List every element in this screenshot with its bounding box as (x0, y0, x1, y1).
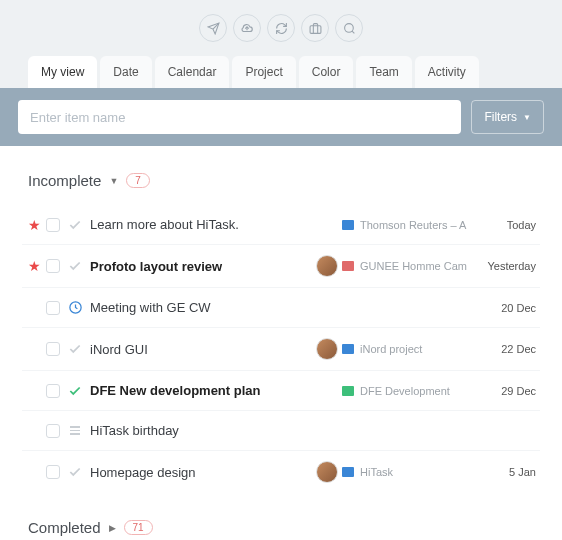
task-row[interactable]: ★Profoto layout reviewGUNEE Homme CamYes… (22, 245, 540, 288)
task-date: 20 Dec (472, 302, 536, 314)
task-checkbox[interactable] (46, 384, 60, 398)
tab-project[interactable]: Project (232, 56, 295, 88)
refresh-icon[interactable] (267, 14, 295, 42)
task-checkbox[interactable] (46, 301, 60, 315)
svg-rect-0 (310, 25, 321, 33)
task-checkbox[interactable] (46, 465, 60, 479)
task-checkbox[interactable] (46, 259, 60, 273)
folder-icon (342, 386, 354, 396)
project-label: iNord project (342, 343, 472, 355)
task-row[interactable]: Meeting with GE CW20 Dec (22, 288, 540, 328)
check-icon (64, 342, 86, 356)
count-badge: 71 (124, 520, 153, 535)
check-icon (64, 218, 86, 232)
filters-label: Filters (484, 110, 517, 124)
task-title: Meeting with GE CW (86, 300, 312, 315)
send-icon[interactable] (199, 14, 227, 42)
task-title: HiTask birthday (86, 423, 312, 438)
folder-icon (342, 220, 354, 230)
task-date: Yesterday (472, 260, 536, 272)
chevron-down-icon: ▼ (523, 113, 531, 122)
task-date: 22 Dec (472, 343, 536, 355)
avatar (316, 461, 338, 483)
project-label: DFE Development (342, 385, 472, 397)
chevron-right-icon: ▶ (109, 523, 116, 533)
task-checkbox[interactable] (46, 218, 60, 232)
task-title: DFE New development plan (86, 383, 312, 398)
task-date: Today (472, 219, 536, 231)
folder-icon (342, 344, 354, 354)
tab-my-view[interactable]: My view (28, 56, 97, 88)
section-title: Incomplete (28, 172, 101, 189)
task-row[interactable]: DFE New development planDFE Development2… (22, 371, 540, 411)
tab-activity[interactable]: Activity (415, 56, 479, 88)
count-badge: 7 (126, 173, 150, 188)
star-icon[interactable]: ★ (28, 258, 41, 274)
task-date: 5 Jan (472, 466, 536, 478)
task-title: Profoto layout review (86, 259, 312, 274)
chevron-down-icon: ▼ (109, 176, 118, 186)
search-input[interactable] (18, 100, 461, 134)
tab-calendar[interactable]: Calendar (155, 56, 230, 88)
task-row[interactable]: ★Learn more about HiTask.Thomson Reuters… (22, 205, 540, 245)
star-icon[interactable]: ★ (28, 217, 41, 233)
filters-button[interactable]: Filters ▼ (471, 100, 544, 134)
task-title: Homepage design (86, 465, 312, 480)
check-icon (64, 259, 86, 273)
avatar (316, 255, 338, 277)
task-title: iNord GUI (86, 342, 312, 357)
tab-date[interactable]: Date (100, 56, 151, 88)
task-row[interactable]: iNord GUIiNord project22 Dec (22, 328, 540, 371)
list-icon (64, 426, 86, 435)
section-title: Completed (28, 519, 101, 536)
folder-icon (342, 261, 354, 271)
check-icon (64, 465, 86, 479)
project-label: GUNEE Homme Cam (342, 260, 472, 272)
task-checkbox[interactable] (46, 424, 60, 438)
tab-color[interactable]: Color (299, 56, 354, 88)
task-checkbox[interactable] (46, 342, 60, 356)
cloud-icon[interactable] (233, 14, 261, 42)
check-icon (64, 384, 86, 398)
briefcase-icon[interactable] (301, 14, 329, 42)
task-title: Learn more about HiTask. (86, 217, 312, 232)
task-date: 29 Dec (472, 385, 536, 397)
avatar (316, 338, 338, 360)
clock-icon (64, 300, 86, 315)
section-incomplete-header[interactable]: Incomplete ▼ 7 (28, 172, 540, 189)
svg-point-1 (344, 23, 353, 32)
folder-icon (342, 467, 354, 477)
tab-team[interactable]: Team (356, 56, 411, 88)
task-row[interactable]: HiTask birthday (22, 411, 540, 451)
section-completed-header[interactable]: Completed ▶ 71 (28, 519, 540, 536)
task-row[interactable]: Homepage designHiTask5 Jan (22, 451, 540, 493)
search-icon[interactable] (335, 14, 363, 42)
project-label: Thomson Reuters – A (342, 219, 472, 231)
project-label: HiTask (342, 466, 472, 478)
